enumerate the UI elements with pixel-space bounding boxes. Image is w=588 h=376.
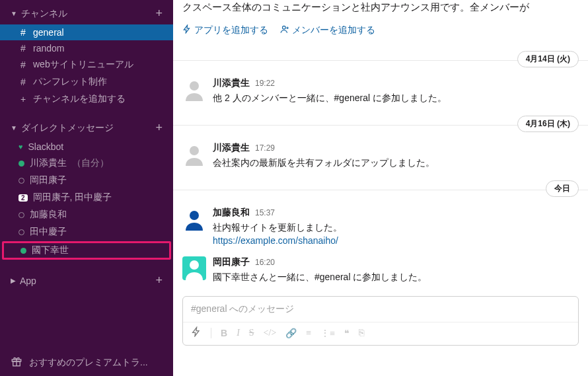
- code-block-icon[interactable]: ⎘: [359, 328, 364, 338]
- channel-pamphlet[interactable]: #パンフレット制作: [0, 73, 173, 91]
- add-channel-icon[interactable]: +: [155, 7, 163, 20]
- message: 加藤良和15:37 社内報サイトを更新しました。 https://example…: [173, 203, 588, 252]
- link-icon[interactable]: 🔗: [285, 328, 297, 339]
- channels-title: チャンネル: [21, 8, 67, 20]
- group-count-badge: 2: [18, 194, 28, 202]
- code-icon[interactable]: </>: [264, 328, 277, 338]
- caret-right-icon: ▶: [11, 277, 16, 284]
- add-member-label: メンバーを追加する: [292, 24, 375, 36]
- composer-toolbar: B I S </> 🔗 ≡ ⋮≡ ❝ ⎘: [183, 322, 578, 345]
- avatar[interactable]: [182, 77, 206, 101]
- add-app-link[interactable]: アプリを追加する: [182, 24, 268, 36]
- sidebar: ▼ チャンネル + #general #random #webサイトリニューアル…: [0, 0, 173, 376]
- message-text: 國下幸世さんと一緒に、#general に参加しました。: [213, 268, 577, 284]
- dm-header[interactable]: ▼ ダイレクトメッセージ +: [0, 114, 173, 139]
- message-text: 社内報サイトを更新しました。: [213, 219, 577, 235]
- channels-header[interactable]: ▼ チャンネル +: [0, 0, 173, 24]
- date-divider: 今日: [173, 180, 588, 199]
- message-author[interactable]: 加藤良和: [213, 207, 250, 219]
- strikethrough-icon[interactable]: S: [249, 328, 254, 338]
- dm-slackbot[interactable]: ♥Slackbot: [0, 139, 173, 155]
- bold-icon[interactable]: B: [221, 328, 227, 338]
- date-pill[interactable]: 4月14日 (火): [517, 51, 579, 67]
- presence-away-icon: [18, 212, 24, 218]
- date-pill[interactable]: 今日: [546, 180, 579, 197]
- channel-description: クスペース全体のコミュニケーションと社内アナウンス用です。全メンバーが: [182, 0, 588, 22]
- premium-promo[interactable]: おすすめのプレミアムトラ...: [0, 349, 173, 376]
- channel-label: パンフレット制作: [33, 76, 107, 88]
- message-author[interactable]: 川添貴生: [213, 142, 250, 154]
- date-divider: 4月14日 (火): [173, 51, 588, 69]
- dm-label: 岡田康子: [30, 174, 67, 186]
- gift-icon: [11, 356, 22, 369]
- shortcuts-icon[interactable]: [191, 326, 202, 340]
- person-add-icon: [280, 24, 289, 36]
- top-links: アプリを追加する メンバーを追加する: [173, 22, 588, 47]
- message-text: 会社案内の最新版を共有フォルダにアップしました。: [213, 154, 577, 170]
- dm-okada[interactable]: 岡田康子: [0, 172, 173, 189]
- dm-label: 岡田康子, 田中慶子: [33, 192, 112, 204]
- dm-title: ダイレクトメッセージ: [21, 122, 114, 134]
- add-channel-link[interactable]: +チャンネルを追加する: [0, 91, 173, 108]
- italic-icon[interactable]: I: [237, 328, 240, 338]
- add-app-icon[interactable]: +: [155, 274, 163, 287]
- message: 川添貴生19:22 他 2 人のメンバーと一緒に、#general に参加しまし…: [173, 73, 588, 112]
- message-link[interactable]: https://example.com/shanaiho/: [213, 235, 577, 246]
- channel-random[interactable]: #random: [0, 40, 173, 56]
- channel-label: random: [33, 43, 64, 54]
- message-time: 16:20: [255, 258, 275, 267]
- hash-icon: #: [18, 59, 28, 70]
- dm-label: 田中慶子: [30, 226, 67, 238]
- message-composer: #general へのメッセージ B I S </> 🔗 ≡ ⋮≡ ❝ ⎘: [182, 296, 579, 346]
- channel-label: webサイトリニューアル: [33, 59, 133, 71]
- message-author[interactable]: 岡田康子: [213, 256, 250, 268]
- avatar[interactable]: [182, 207, 206, 231]
- date-pill[interactable]: 4月16日 (木): [517, 116, 579, 132]
- message: 岡田康子16:20 國下幸世さんと一緒に、#general に参加しました。: [173, 252, 588, 291]
- hash-icon: #: [18, 77, 28, 87]
- dm-tanaka[interactable]: 田中慶子: [0, 223, 173, 241]
- avatar[interactable]: [182, 142, 206, 166]
- app-title: App: [20, 276, 36, 286]
- channel-web-renewal[interactable]: #webサイトリニューアル: [0, 56, 173, 73]
- presence-active-icon: [18, 161, 24, 167]
- bolt-icon: [182, 24, 192, 36]
- presence-active-icon: [20, 248, 26, 254]
- svg-point-7: [190, 146, 199, 155]
- heart-icon: ♥: [18, 143, 23, 151]
- add-member-link[interactable]: メンバーを追加する: [280, 24, 375, 36]
- caret-down-icon: ▼: [11, 10, 17, 17]
- avatar[interactable]: [182, 256, 206, 280]
- message-author[interactable]: 川添貴生: [213, 77, 250, 89]
- svg-point-8: [190, 211, 199, 220]
- hash-icon: #: [18, 27, 28, 38]
- blockquote-icon[interactable]: ❝: [344, 328, 349, 339]
- ordered-list-icon[interactable]: ≡: [306, 328, 311, 338]
- plus-icon: +: [18, 94, 28, 104]
- svg-point-6: [190, 81, 199, 91]
- dm-self[interactable]: 川添貴生（自分）: [0, 155, 173, 172]
- channel-general[interactable]: #general: [0, 24, 173, 40]
- message-time: 17:29: [255, 143, 275, 153]
- message-time: 15:37: [255, 208, 275, 217]
- dm-kato[interactable]: 加藤良和: [0, 206, 173, 223]
- svg-point-3: [283, 26, 286, 29]
- app-header[interactable]: ▶ App +: [0, 267, 173, 291]
- bullet-list-icon[interactable]: ⋮≡: [320, 328, 335, 339]
- date-divider: 4月16日 (木): [173, 116, 588, 134]
- dm-group[interactable]: 2岡田康子, 田中慶子: [0, 189, 173, 206]
- dm-label: 國下幸世: [32, 244, 69, 256]
- add-channel-label: チャンネルを追加する: [33, 93, 126, 105]
- message-input[interactable]: #general へのメッセージ: [183, 297, 578, 322]
- presence-away-icon: [18, 229, 24, 235]
- add-dm-icon[interactable]: +: [155, 121, 163, 135]
- dm-suffix: （自分）: [72, 157, 109, 169]
- add-app-label: アプリを追加する: [194, 24, 268, 36]
- dm-label: 加藤良和: [30, 209, 67, 221]
- hash-icon: #: [18, 43, 28, 54]
- dm-label: 川添貴生: [30, 157, 67, 169]
- svg-point-9: [190, 260, 199, 270]
- dm-kunishita[interactable]: 國下幸世: [2, 241, 171, 260]
- channel-label: general: [33, 27, 64, 38]
- presence-away-icon: [18, 178, 24, 184]
